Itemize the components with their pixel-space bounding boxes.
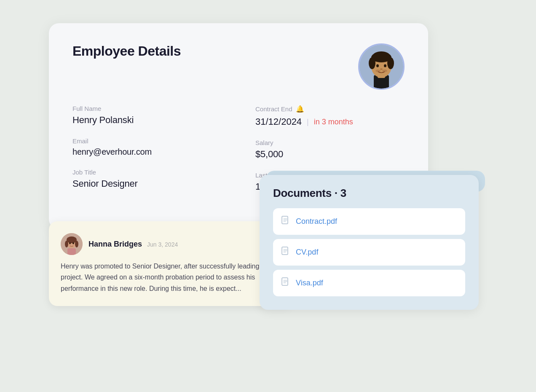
svg-point-8: [376, 64, 379, 67]
salary-field: Salary $5,000: [255, 139, 405, 160]
svg-point-19: [65, 241, 68, 247]
svg-point-18: [67, 236, 77, 243]
left-column: Full Name Henry Polanski Email henry@eve…: [72, 105, 222, 204]
contract-relative: in 3 months: [314, 118, 353, 126]
commenter-avatar: [61, 233, 83, 255]
commenter-info: Hanna Bridges Jun 3, 2024: [88, 240, 178, 249]
full-name-value: Henry Polanski: [72, 115, 222, 126]
svg-point-12: [382, 70, 387, 72]
document-icon-cv: [281, 247, 290, 258]
contract-end-field: Contract End 🔔 31/12/2024 | in 3 months: [255, 105, 405, 127]
svg-point-5: [369, 57, 375, 69]
email-field: Email henry@everhour.com: [72, 137, 222, 157]
salary-value: $5,000: [255, 149, 405, 160]
svg-point-9: [384, 64, 386, 67]
contract-date-row: 31/12/2024 | in 3 months: [255, 116, 405, 127]
comment-card: Hanna Bridges Jun 3, 2024 Henry was prom…: [49, 221, 293, 306]
full-name-field: Full Name Henry Polanski: [72, 105, 222, 126]
svg-point-6: [387, 57, 394, 69]
document-name-visa: Visa.pdf: [296, 279, 323, 287]
email-label: Email: [72, 137, 222, 145]
comment-text: Henry was promoted to Senior Designer, a…: [61, 261, 281, 294]
employee-avatar: [358, 43, 405, 90]
svg-point-20: [75, 241, 78, 247]
svg-rect-23: [67, 248, 76, 255]
svg-point-21: [69, 242, 71, 244]
contract-header: Contract End 🔔: [255, 105, 405, 113]
comment-date: Jun 3, 2024: [147, 241, 178, 248]
commenter-name: Hanna Bridges: [88, 240, 142, 249]
document-icon-visa: [281, 277, 290, 289]
pipe-divider: |: [307, 118, 309, 126]
salary-label: Salary: [255, 139, 405, 146]
svg-point-22: [72, 242, 74, 244]
contract-label: Contract End: [255, 105, 292, 113]
svg-point-10: [380, 68, 383, 70]
bell-icon[interactable]: 🔔: [296, 105, 304, 113]
card-header: Employee Details: [72, 43, 405, 90]
full-name-label: Full Name: [72, 105, 222, 112]
job-title-label: Job Title: [72, 169, 222, 176]
documents-card: Documents · 3 Contract.pdf CV.pdf: [260, 175, 479, 310]
svg-point-7: [373, 51, 390, 60]
job-title-field: Job Title Senior Designer: [72, 169, 222, 189]
comment-header: Hanna Bridges Jun 3, 2024: [61, 233, 281, 255]
contract-date: 31/12/2024: [255, 116, 302, 127]
documents-title: Documents · 3: [273, 187, 465, 200]
document-item-visa[interactable]: Visa.pdf: [273, 270, 465, 296]
page-title: Employee Details: [72, 43, 181, 59]
svg-point-11: [375, 70, 381, 72]
document-item-contract[interactable]: Contract.pdf: [273, 208, 465, 235]
document-icon: [281, 216, 290, 227]
document-item-cv[interactable]: CV.pdf: [273, 239, 465, 266]
email-value: henry@everhour.com: [72, 147, 222, 157]
document-name-contract: Contract.pdf: [296, 217, 337, 226]
avatar-image: [359, 45, 403, 89]
job-title-value: Senior Designer: [72, 178, 222, 189]
document-name-cv: CV.pdf: [296, 248, 318, 257]
